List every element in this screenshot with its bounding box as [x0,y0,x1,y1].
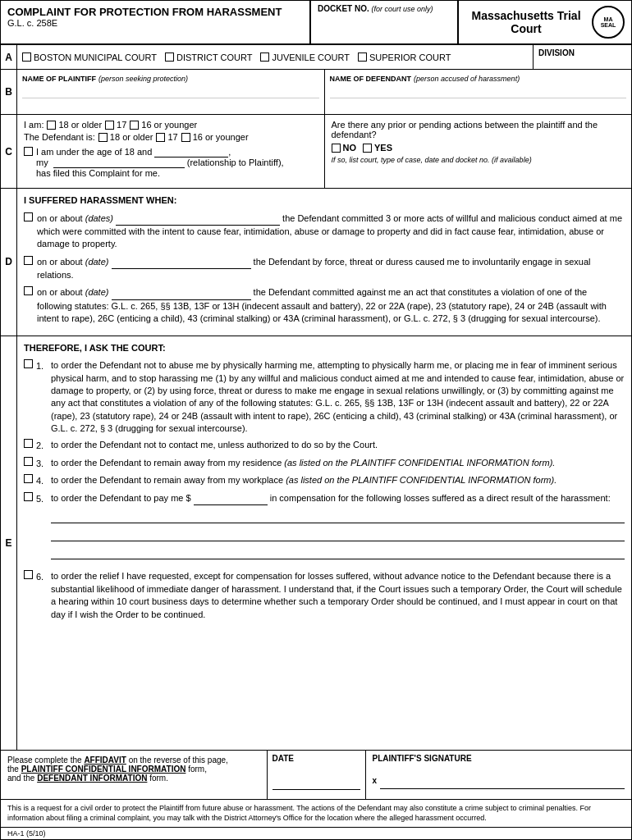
order-6-number: 6. [36,570,48,584]
age-16-younger[interactable]: 16 or younger [130,120,197,130]
superior-court-label: SUPERIOR COURT [369,52,451,62]
order-3-checkbox[interactable] [24,457,33,466]
loss-line-1[interactable] [51,509,625,523]
age-17-label: 17 [117,120,126,130]
age-17[interactable]: 17 [105,120,126,130]
date-input[interactable] [272,779,360,790]
docket-note: (for court use only) [372,5,433,13]
relationship-label: (relationship to Plaintiff), [187,158,284,167]
age-16-checkbox[interactable] [130,121,139,130]
row-d-content: I SUFFERED HARASSMENT WHEN: on or about … [17,189,631,336]
no-yes-line: NO YES [332,143,625,153]
age-18-checkbox[interactable] [47,121,56,130]
def-age-16-checkbox[interactable] [181,133,190,142]
division-label: DIVISION [538,48,626,57]
disclaimer-text: This is a request for a civil order to p… [7,804,591,823]
age-17-checkbox[interactable] [105,121,114,130]
def-age-18-label: 18 or older [110,132,153,142]
order-2-checkbox[interactable] [24,439,33,448]
defendant-name-input[interactable] [330,88,627,98]
plaintiff-name-input[interactable] [22,88,319,98]
harassment-2-checkbox[interactable] [24,256,33,265]
instr-text-5: and the [7,774,37,783]
signature-line-container: x [373,773,625,789]
harassment-3-prefix: on or about [37,287,85,297]
date-label-2: (date) [85,257,112,267]
defendant-name-box: NAME OF DEFENDANT (person accused of har… [325,70,632,114]
harassment-3-text: on or about (date) the Defendant committ… [37,286,625,325]
row-c-left: I am: 18 or older 17 16 or younger [17,115,325,188]
loss-lines [51,509,625,559]
district-court[interactable]: DISTRICT COURT [165,52,253,62]
no-label: NO [343,143,357,153]
no-option[interactable]: NO [332,143,357,153]
court-section: Massachusetts Trial Court MASEAL [459,1,631,43]
if-so-text: If so, list court, type of case, date an… [332,156,625,164]
order-5-number: 5. [36,492,48,506]
yes-checkbox[interactable] [363,144,372,153]
boston-municipal-court[interactable]: BOSTON MUNICIPAL COURT [22,52,157,62]
prior-actions-text: Are there any prior or pending actions b… [332,120,625,139]
loss-line-3[interactable] [51,545,625,559]
juvenile-court-checkbox[interactable] [260,52,269,62]
my-label: my [36,158,48,167]
boston-municipal-checkbox[interactable] [22,52,31,62]
harassment-title: I SUFFERED HARASSMENT WHEN: [24,194,625,208]
no-checkbox[interactable] [332,144,341,153]
signature-box: PLAINTIFF'S SIGNATURE x [366,751,632,799]
def-age-16-younger[interactable]: 16 or younger [181,132,249,142]
district-court-checkbox[interactable] [165,52,174,62]
row-b-content: NAME OF PLAINTIFF (person seeking protec… [17,70,631,114]
harassment-1-text: on or about (dates) the Defendant commit… [37,212,625,251]
signature-field[interactable] [380,773,625,789]
def-age-17[interactable]: 17 [156,132,177,142]
dates-field-1[interactable] [116,212,280,226]
def-age-17-checkbox[interactable] [156,133,165,142]
under-18-field[interactable] [154,147,228,158]
affidavit-label: AFFIDAVIT [84,756,126,765]
juvenile-court-label: JUVENILE COURT [272,52,350,62]
dates-label: (dates) [85,213,116,223]
harassment-3-checkbox[interactable] [24,286,33,295]
under-18-line: I am under the age of 18 and , my (relat… [24,147,318,178]
order-4-text: to order the Defendant to remain away fr… [51,474,625,486]
row-e: E THEREFORE, I ASK THE COURT: 1. to orde… [1,336,631,751]
my-field[interactable] [53,158,185,168]
harassment-item-1: on or about (dates) the Defendant commit… [24,212,625,251]
instr-text-2: on the reverse of this page, [129,756,228,765]
def-age-18-older[interactable]: 18 or older [98,132,153,142]
harassment-1-prefix: on or about [37,213,85,223]
order-5-checkbox[interactable] [24,492,33,501]
order-1-text: to order the Defendant not to abuse me b… [51,359,625,435]
under-18-checkbox[interactable] [24,147,33,156]
iam-label: I am: [24,120,44,130]
order-4-checkbox[interactable] [24,474,33,483]
order-6-checkbox[interactable] [24,570,33,579]
defendant-label: NAME OF DEFENDANT (person accused of har… [330,73,627,83]
date-field-2[interactable] [112,256,251,269]
yes-option[interactable]: YES [363,143,392,153]
instr-text-1: Please complete the [7,756,84,765]
juvenile-court[interactable]: JUVENILE COURT [260,52,350,62]
age-18-label: 18 or older [58,120,102,130]
row-d-label: D [1,189,17,336]
superior-court[interactable]: SUPERIOR COURT [358,52,451,62]
row-c-label: C [1,115,17,188]
order-6-text: to order the relief I have requested, ex… [51,570,625,621]
signature-x: x [373,776,378,785]
age-18-older[interactable]: 18 or older [47,120,102,130]
harassment-item-2: on or about (date) the Defendant by forc… [24,256,625,282]
superior-court-checkbox[interactable] [358,52,367,62]
under-18-content: I am under the age of 18 and , my (relat… [36,147,318,178]
def-age-18-checkbox[interactable] [98,133,108,142]
compensation-field[interactable] [194,492,268,505]
date-field-3[interactable] [112,286,251,299]
harassment-1-checkbox[interactable] [24,212,33,221]
row-e-label: E [1,336,17,750]
plaintiff-label: NAME OF PLAINTIFF (person seeking protec… [22,73,319,83]
loss-line-2[interactable] [51,527,625,541]
district-court-label: DISTRICT COURT [176,52,253,62]
row-a-content: BOSTON MUNICIPAL COURT DISTRICT COURT JU… [17,45,533,69]
order-1-checkbox[interactable] [24,359,33,368]
court-title: THEREFORE, I ASK THE COURT: [24,341,625,355]
